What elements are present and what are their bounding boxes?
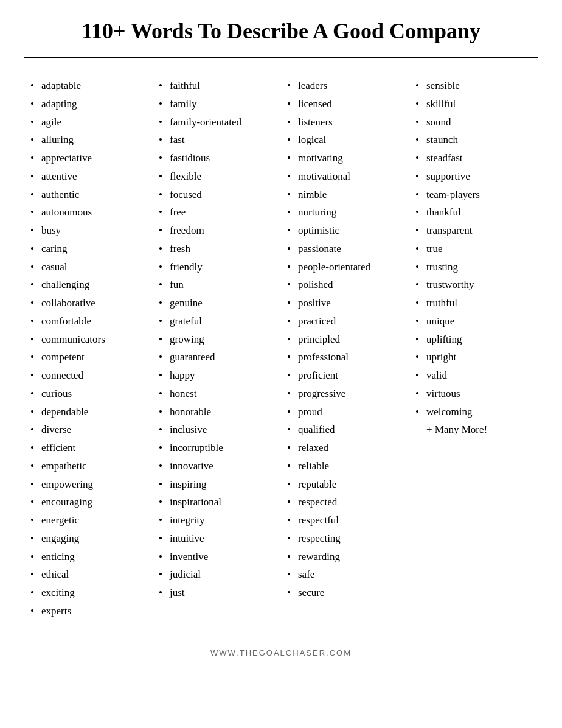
list-item: friendly <box>159 258 275 276</box>
list-item: curious <box>30 385 147 403</box>
list-item: growing <box>159 331 275 349</box>
column-1: adaptableadaptingagilealluringappreciati… <box>24 77 153 620</box>
list-item: safe <box>287 565 403 584</box>
list-item: respectful <box>287 511 403 530</box>
footer-url: WWW.THEGOALCHASER.COM <box>24 639 538 657</box>
list-item: secure <box>287 584 403 602</box>
column-2: faithfulfamilyfamily-orientatedfastfasti… <box>153 77 281 602</box>
list-item: flexible <box>159 167 275 186</box>
list-item: team-players <box>415 186 532 204</box>
list-item: logical <box>287 131 403 149</box>
list-item: judicial <box>159 565 275 584</box>
list-item: challenging <box>30 276 147 294</box>
list-item: reputable <box>287 475 403 494</box>
list-item: family <box>159 95 275 113</box>
list-item: faithful <box>159 77 275 95</box>
list-item: comfortable <box>30 312 147 331</box>
list-item: fresh <box>159 240 275 258</box>
list-item: inclusive <box>159 421 275 439</box>
list-item: authentic <box>30 186 147 204</box>
list-item: proud <box>287 403 403 421</box>
list-item: adaptable <box>30 77 147 95</box>
list-item: truthful <box>415 294 532 312</box>
list-item: rewarding <box>287 548 403 566</box>
list-item: supportive <box>415 167 532 186</box>
list-item: incorruptible <box>159 439 275 457</box>
list-item: practiced <box>287 312 403 331</box>
list-item: autonomous <box>30 203 147 222</box>
list-item: passionate <box>287 240 403 258</box>
list-item: relaxed <box>287 439 403 457</box>
list-item: experts <box>30 602 147 620</box>
list-item: free <box>159 203 275 222</box>
word-list-1: adaptableadaptingagilealluringappreciati… <box>30 77 147 620</box>
list-item: caring <box>30 240 147 258</box>
list-item: casual <box>30 258 147 276</box>
list-item: empowering <box>30 475 147 494</box>
list-item: honest <box>159 385 275 403</box>
list-item: leaders <box>287 77 403 95</box>
word-list-3: leaderslicensedlistenerslogicalmotivatin… <box>287 77 403 602</box>
list-item: licensed <box>287 95 403 113</box>
list-item: sensible <box>415 77 532 95</box>
list-item: optimistic <box>287 222 403 240</box>
list-item: energetic <box>30 511 147 530</box>
list-item: genuine <box>159 294 275 312</box>
list-item: respected <box>287 493 403 511</box>
plus-more-text: + Many More! <box>415 421 532 439</box>
list-item: uplifting <box>415 331 532 349</box>
list-item: skillful <box>415 95 532 113</box>
list-item: people-orientated <box>287 258 403 276</box>
list-item: intuitive <box>159 530 275 548</box>
list-item: guaranteed <box>159 348 275 366</box>
list-item: virtuous <box>415 385 532 403</box>
list-item: happy <box>159 366 275 385</box>
list-item: competent <box>30 348 147 366</box>
list-item: empathetic <box>30 457 147 475</box>
list-item: honorable <box>159 403 275 421</box>
list-item: connected <box>30 366 147 385</box>
list-item: integrity <box>159 511 275 530</box>
list-item: listeners <box>287 113 403 131</box>
list-item: encouraging <box>30 493 147 511</box>
word-list-4: sensibleskillfulsoundstaunchsteadfastsup… <box>415 77 532 421</box>
list-item: diverse <box>30 421 147 439</box>
list-item: trusting <box>415 258 532 276</box>
list-item: ethical <box>30 565 147 584</box>
list-item: just <box>159 584 275 602</box>
list-item: thankful <box>415 203 532 222</box>
list-item: motivating <box>287 149 403 167</box>
page-title: 110+ Words To Describe A Good Company <box>24 18 538 58</box>
list-item: focused <box>159 186 275 204</box>
list-item: trustworthy <box>415 276 532 294</box>
list-item: steadfast <box>415 149 532 167</box>
list-item: communicators <box>30 331 147 349</box>
list-item: progressive <box>287 385 403 403</box>
list-item: inspiring <box>159 475 275 494</box>
list-item: adapting <box>30 95 147 113</box>
list-item: collaborative <box>30 294 147 312</box>
list-item: inspirational <box>159 493 275 511</box>
list-item: nimble <box>287 186 403 204</box>
list-item: efficient <box>30 439 147 457</box>
column-4: sensibleskillfulsoundstaunchsteadfastsup… <box>409 77 538 439</box>
list-item: respecting <box>287 530 403 548</box>
list-item: exciting <box>30 584 147 602</box>
list-item: innovative <box>159 457 275 475</box>
list-item: fast <box>159 131 275 149</box>
list-item: unique <box>415 312 532 331</box>
list-item: agile <box>30 113 147 131</box>
list-item: engaging <box>30 530 147 548</box>
list-item: proficient <box>287 366 403 385</box>
list-item: sound <box>415 113 532 131</box>
list-item: appreciative <box>30 149 147 167</box>
list-item: fastidious <box>159 149 275 167</box>
list-item: freedom <box>159 222 275 240</box>
list-item: staunch <box>415 131 532 149</box>
list-item: principled <box>287 331 403 349</box>
list-item: alluring <box>30 131 147 149</box>
list-item: inventive <box>159 548 275 566</box>
word-list-2: faithfulfamilyfamily-orientatedfastfasti… <box>159 77 275 602</box>
word-columns: adaptableadaptingagilealluringappreciati… <box>24 77 538 620</box>
list-item: busy <box>30 222 147 240</box>
